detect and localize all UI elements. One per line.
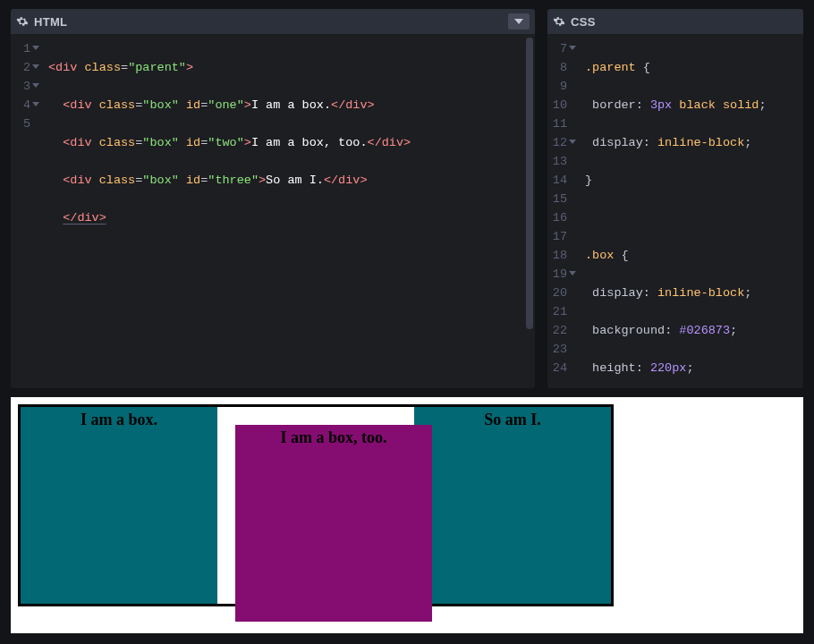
preview-parent: I am a box.I am a box, too.So am I. <box>18 404 614 606</box>
line-number: 1 <box>11 39 30 58</box>
css-code[interactable]: .parent { border: 3px black solid; displ… <box>572 34 803 388</box>
line-number: 16 <box>547 208 567 227</box>
gear-icon[interactable] <box>16 15 29 28</box>
line-number: 7 <box>547 39 567 58</box>
line-number: 13 <box>547 152 567 171</box>
html-panel: HTML 1 2 3 4 5 <div class="parent"> <div… <box>11 9 535 388</box>
html-code[interactable]: <div class="parent"> <div class="box" id… <box>36 34 535 388</box>
line-number: 11 <box>547 114 567 133</box>
line-number: 20 <box>547 284 567 302</box>
line-number: 4 <box>11 96 30 114</box>
line-number: 14 <box>547 171 567 190</box>
panel-dropdown-button[interactable] <box>508 13 530 30</box>
line-number: 23 <box>547 340 567 359</box>
line-number: 5 <box>11 114 30 133</box>
preview-box-one: I am a box. <box>21 407 217 604</box>
editor-panels: HTML 1 2 3 4 5 <div class="parent"> <div… <box>0 0 814 397</box>
css-panel-header: CSS <box>547 9 803 34</box>
html-panel-title: HTML <box>34 15 67 29</box>
line-number: 22 <box>547 321 567 340</box>
line-number: 3 <box>11 77 30 96</box>
line-number: 18 <box>547 246 567 265</box>
html-scrollbar[interactable] <box>526 38 533 385</box>
css-gutter: 7 8 9 10 11 12 13 14 15 16 17 18 19 20 2… <box>547 34 572 388</box>
css-panel-title: CSS <box>571 15 596 29</box>
chevron-down-icon <box>514 19 523 24</box>
line-number: 12 <box>547 133 567 152</box>
line-number: 21 <box>547 302 567 321</box>
gear-icon[interactable] <box>553 15 565 28</box>
preview-box-three: So am I. <box>414 407 611 604</box>
line-number: 15 <box>547 190 567 208</box>
line-number: 9 <box>547 77 567 96</box>
html-gutter: 1 2 3 4 5 <box>11 34 36 388</box>
preview-box-two: I am a box, too. <box>235 425 432 622</box>
line-number: 19 <box>547 265 567 284</box>
css-panel: CSS 7 8 9 10 11 12 13 14 15 16 17 18 19 … <box>547 9 803 388</box>
css-editor[interactable]: 7 8 9 10 11 12 13 14 15 16 17 18 19 20 2… <box>547 34 803 388</box>
line-number: 2 <box>11 58 30 77</box>
line-number: 24 <box>547 359 567 377</box>
html-panel-header: HTML <box>11 9 535 34</box>
line-number: 8 <box>547 58 567 77</box>
line-number: 17 <box>547 227 567 246</box>
html-editor[interactable]: 1 2 3 4 5 <div class="parent"> <div clas… <box>11 34 535 388</box>
preview-pane: I am a box.I am a box, too.So am I. <box>11 397 803 633</box>
line-number: 10 <box>547 96 567 114</box>
